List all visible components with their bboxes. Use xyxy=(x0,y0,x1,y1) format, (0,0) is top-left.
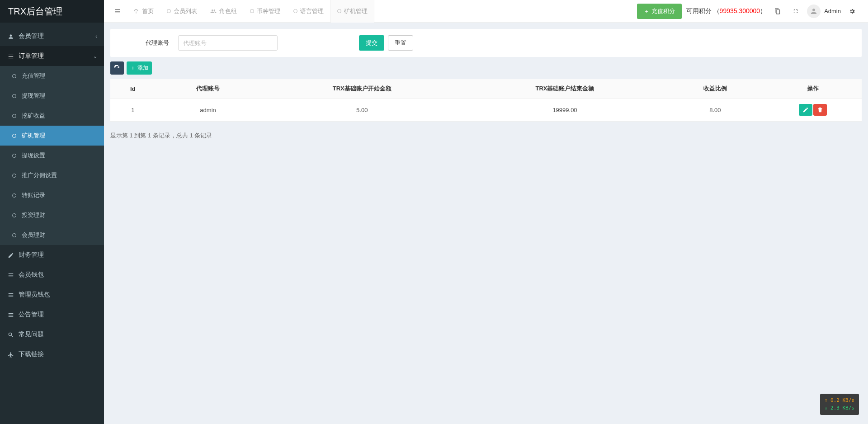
tab-role-group[interactable]: 角色组 xyxy=(204,0,244,23)
sidebar-item-orders[interactable]: 订单管理 ⌄ xyxy=(0,46,104,66)
netspeed-up: ↑ 0.2 KB/s xyxy=(825,396,854,405)
circle-icon xyxy=(10,132,18,139)
points-value: （99935.300000） xyxy=(713,7,767,14)
col-end[interactable]: TRX基础账户结束金额 xyxy=(463,79,666,99)
gear-icon[interactable] xyxy=(845,5,859,18)
dashboard-icon xyxy=(133,8,139,15)
circle-icon xyxy=(10,232,18,239)
sidebar-item-admin-wallet[interactable]: 管理员钱包 xyxy=(0,285,104,305)
group-icon xyxy=(210,8,217,15)
fullscreen-icon[interactable] xyxy=(789,5,802,18)
sidebar-item-mining[interactable]: 挖矿收益 xyxy=(0,106,104,126)
refresh-icon xyxy=(114,65,120,71)
tab-member-list[interactable]: 会员列表 xyxy=(160,0,204,23)
cell-agent: admin xyxy=(156,99,261,122)
sidebar: TRX后台管理 会员管理 ‹ 订单管理 ⌄ 充值管理 xyxy=(0,0,104,424)
pencil-icon xyxy=(802,107,809,113)
col-id[interactable]: Id xyxy=(110,79,156,99)
sidebar-item-announce[interactable]: 公告管理 xyxy=(0,305,104,325)
circle-icon xyxy=(10,152,18,159)
sidebar-item-label: 充值管理 xyxy=(22,72,45,80)
trash-icon xyxy=(817,107,823,113)
sidebar-item-promo[interactable]: 推广分佣设置 xyxy=(0,165,104,185)
list-icon xyxy=(7,52,15,60)
sidebar-item-finance[interactable]: 财务管理 xyxy=(0,245,104,265)
chevron-left-icon: ‹ xyxy=(95,33,97,39)
user-icon xyxy=(7,33,15,40)
sidebar-item-label: 会员钱包 xyxy=(19,271,44,279)
tab-machine-mgmt[interactable]: 矿机管理 xyxy=(330,0,374,23)
agent-input[interactable] xyxy=(178,35,278,51)
col-agent[interactable]: 代理账号 xyxy=(156,79,261,99)
table-row: 1 admin 5.00 19999.00 8.00 xyxy=(110,99,862,122)
reset-button[interactable]: 重置 xyxy=(388,35,413,51)
cell-ratio: 8.00 xyxy=(666,99,764,122)
delete-button[interactable] xyxy=(813,104,827,116)
col-action[interactable]: 操作 xyxy=(764,79,862,99)
circle-icon xyxy=(10,93,18,99)
circle-icon xyxy=(293,8,297,14)
netspeed-down: ↓ 2.3 KB/s xyxy=(825,404,854,412)
circle-icon xyxy=(250,8,254,14)
button-label: 充值积分 xyxy=(651,7,675,15)
avatar xyxy=(807,5,821,18)
plus-icon: ＋ xyxy=(644,7,650,15)
app-title: TRX后台管理 xyxy=(0,0,104,23)
sidebar-item-wallet[interactable]: 会员钱包 xyxy=(0,265,104,285)
search-icon xyxy=(7,331,15,338)
cell-start: 5.00 xyxy=(260,99,463,122)
add-button[interactable]: ＋ 添加 xyxy=(127,61,152,75)
wallet-icon xyxy=(7,271,15,278)
sidebar-item-withdraw[interactable]: 提现管理 xyxy=(0,86,104,106)
sidebar-item-download[interactable]: 下载链接 xyxy=(0,344,104,364)
user-menu[interactable]: Admin xyxy=(807,5,841,18)
table-toolbar: ＋ 添加 xyxy=(110,61,862,79)
sidebar-item-label: 推广分佣设置 xyxy=(22,171,57,179)
sidebar-item-machine[interactable]: 矿机管理 xyxy=(0,126,104,146)
sidebar-item-withdraw-set[interactable]: 提现设置 xyxy=(0,146,104,165)
sidebar-item-label: 公告管理 xyxy=(19,311,44,319)
submit-button[interactable]: 提交 xyxy=(359,35,384,51)
filter-card: 代理账号 提交 重置 xyxy=(110,29,862,57)
clipboard-icon[interactable] xyxy=(771,5,784,18)
plane-icon xyxy=(7,351,15,358)
sidebar-item-faq[interactable]: 常见问题 xyxy=(0,325,104,344)
sidebar-item-label: 会员管理 xyxy=(19,32,44,40)
sidebar-item-label: 订单管理 xyxy=(19,52,44,60)
wallet-icon xyxy=(7,291,15,298)
sidebar-item-member-invest[interactable]: 会员理财 xyxy=(0,225,104,245)
sidebar-item-transfer[interactable]: 转账记录 xyxy=(0,185,104,205)
sidebar-toggle[interactable] xyxy=(108,0,127,23)
tab-coin-mgmt[interactable]: 币种管理 xyxy=(244,0,287,23)
sidebar-item-members[interactable]: 会员管理 ‹ xyxy=(0,26,104,46)
col-start[interactable]: TRX基础账户开始金额 xyxy=(260,79,463,99)
topbar: 首页 会员列表 角色组 币种管理 语言管 xyxy=(104,0,868,23)
col-ratio[interactable]: 收益比例 xyxy=(666,79,764,99)
cell-end: 19999.00 xyxy=(463,99,666,122)
app-wrapper: TRX后台管理 会员管理 ‹ 订单管理 ⌄ 充值管理 xyxy=(0,0,868,424)
table-section: ＋ 添加 Id 代理账号 TRX基础账户开始金额 TRX基础账户结束金额 收益 xyxy=(110,61,862,145)
chevron-down-icon: ⌄ xyxy=(93,53,97,59)
edit-button[interactable] xyxy=(799,104,812,116)
filter-row: 代理账号 提交 重置 xyxy=(110,29,862,57)
tab-lang-mgmt[interactable]: 语言管理 xyxy=(287,0,330,23)
sidebar-item-invest[interactable]: 投资理财 xyxy=(0,205,104,225)
refresh-button[interactable] xyxy=(110,61,124,75)
circle-icon xyxy=(10,113,18,119)
points-label: 可用积分 xyxy=(686,7,712,14)
button-label: 添加 xyxy=(137,64,148,72)
circle-icon xyxy=(337,8,341,14)
sidebar-item-recharge[interactable]: 充值管理 xyxy=(0,66,104,86)
tab-home[interactable]: 首页 xyxy=(127,0,160,23)
table-footer: 显示第 1 到第 1 条记录，总共 1 条记录 xyxy=(110,126,862,145)
tab-label: 矿机管理 xyxy=(344,7,368,15)
sidebar-item-label: 投资理财 xyxy=(22,211,45,219)
recharge-points-button[interactable]: ＋ 充值积分 xyxy=(637,4,682,19)
agent-label: 代理账号 xyxy=(133,39,169,47)
table-card: Id 代理账号 TRX基础账户开始金额 TRX基础账户结束金额 收益比例 操作 … xyxy=(110,79,862,122)
netspeed-widget: ↑ 0.2 KB/s ↓ 2.3 KB/s xyxy=(820,394,859,415)
topbar-right: ＋ 充值积分 可用积分 （99935.300000） Admi xyxy=(637,4,863,19)
circle-icon xyxy=(10,212,18,219)
sidebar-item-label: 提现设置 xyxy=(22,151,45,160)
sidebar-item-label: 管理员钱包 xyxy=(19,291,50,299)
